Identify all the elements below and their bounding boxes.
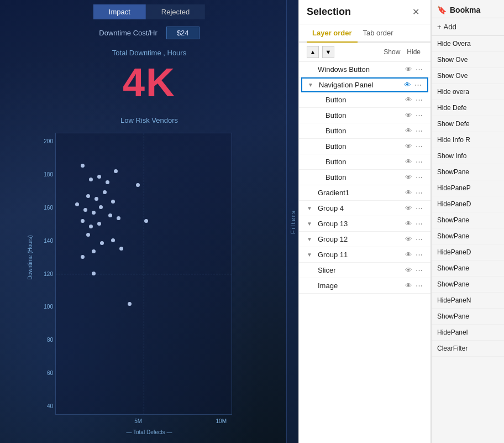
bookmark-item[interactable]: HidePaneP bbox=[432, 180, 504, 196]
dot bbox=[81, 219, 85, 223]
layer-item[interactable]: Windows Button 👁 ⋯ bbox=[299, 62, 431, 77]
bookmark-item[interactable]: Show Ove bbox=[432, 68, 504, 84]
bookmark-icon: 🔖 bbox=[437, 6, 447, 14]
dot bbox=[95, 197, 98, 201]
bookmarks-panel: 🔖 Bookma + Add Hide Overa Show Ove Show … bbox=[431, 0, 504, 443]
bookmark-item[interactable]: Hide Defe bbox=[432, 100, 504, 116]
dot bbox=[103, 190, 107, 194]
eye-icon[interactable]: 👁 bbox=[405, 173, 412, 181]
layer-item[interactable]: Button 👁 ⋯ bbox=[299, 92, 431, 108]
layer-list: Windows Button 👁 ⋯ ▼ Navigation Panel 👁 … bbox=[299, 62, 431, 443]
bookmark-item[interactable]: Hide Info R bbox=[432, 132, 504, 148]
bookmark-item[interactable]: HidePaneD bbox=[432, 244, 504, 260]
move-up-button[interactable]: ▲ bbox=[307, 46, 319, 58]
eye-icon[interactable]: 👁 bbox=[405, 204, 412, 212]
more-icon[interactable]: ⋯ bbox=[416, 96, 423, 104]
layer-item[interactable]: ▼ Group 11 👁 ⋯ bbox=[299, 247, 431, 263]
eye-icon[interactable]: 👁 bbox=[405, 266, 412, 274]
bookmark-item[interactable]: Hide Overa bbox=[432, 36, 504, 52]
bookmark-item[interactable]: ShowPane bbox=[432, 212, 504, 228]
dot bbox=[81, 255, 85, 259]
dot bbox=[111, 200, 115, 204]
dot bbox=[136, 183, 140, 187]
dot bbox=[128, 302, 132, 306]
bookmark-item[interactable]: ShowPane bbox=[432, 277, 504, 293]
eye-icon[interactable]: 👁 bbox=[405, 127, 412, 135]
top-tabs: Impact Rejected bbox=[93, 4, 205, 19]
more-icon[interactable]: ⋯ bbox=[416, 189, 423, 197]
more-icon[interactable]: ⋯ bbox=[416, 127, 423, 135]
filters-strip[interactable]: Filters bbox=[286, 0, 298, 443]
layer-item[interactable]: Button 👁 ⋯ bbox=[299, 170, 431, 185]
more-icon[interactable]: ⋯ bbox=[416, 111, 423, 119]
more-icon[interactable]: ⋯ bbox=[416, 65, 423, 74]
layer-item[interactable]: ▼ Group 4 👁 ⋯ bbox=[299, 201, 431, 216]
more-icon[interactable]: ⋯ bbox=[416, 142, 423, 150]
more-icon[interactable]: ⋯ bbox=[416, 235, 423, 243]
dot bbox=[97, 222, 101, 226]
layer-item[interactable]: ▼ Group 12 👁 ⋯ bbox=[299, 232, 431, 247]
eye-icon[interactable]: 👁 bbox=[405, 282, 412, 290]
more-icon[interactable]: ⋯ bbox=[416, 173, 423, 181]
more-icon[interactable]: ⋯ bbox=[414, 81, 422, 89]
bookmark-item[interactable]: Show Info bbox=[432, 148, 504, 164]
hide-all-button[interactable]: Hide bbox=[405, 47, 423, 57]
bookmark-item[interactable]: ShowPane bbox=[432, 260, 504, 277]
bookmark-item[interactable]: Show Ove bbox=[432, 52, 504, 68]
dot bbox=[89, 225, 93, 228]
more-icon[interactable]: ⋯ bbox=[416, 282, 423, 290]
impact-tab[interactable]: Impact bbox=[93, 4, 146, 19]
rejected-tab[interactable]: Rejected bbox=[146, 4, 205, 19]
move-down-button[interactable]: ▼ bbox=[322, 46, 334, 58]
x-axis-labels: 5M 10M bbox=[55, 418, 232, 424]
dot bbox=[75, 202, 79, 206]
big-number: 4K bbox=[0, 60, 298, 105]
eye-icon[interactable]: 👁 bbox=[405, 111, 412, 119]
layer-item[interactable]: ▼ Group 13 👁 ⋯ bbox=[299, 216, 431, 232]
eye-icon[interactable]: 👁 bbox=[405, 158, 412, 166]
eye-icon[interactable]: 👁 bbox=[405, 142, 412, 150]
more-icon[interactable]: ⋯ bbox=[416, 251, 423, 259]
layer-item[interactable]: Gradient1 👁 ⋯ bbox=[299, 185, 431, 201]
more-icon[interactable]: ⋯ bbox=[416, 204, 423, 212]
more-icon[interactable]: ⋯ bbox=[416, 266, 423, 274]
more-icon[interactable]: ⋯ bbox=[416, 220, 423, 228]
eye-icon[interactable]: 👁 bbox=[405, 251, 412, 259]
bookmark-item[interactable]: HidePaneD bbox=[432, 196, 504, 212]
layer-item[interactable]: Slicer 👁 ⋯ bbox=[299, 263, 431, 278]
bookmark-item[interactable]: ShowPane bbox=[432, 228, 504, 244]
show-all-button[interactable]: Show bbox=[381, 47, 402, 57]
bookmark-item[interactable]: ShowPane bbox=[432, 309, 504, 325]
selection-title: Selection bbox=[307, 6, 351, 18]
dot bbox=[106, 180, 109, 184]
eye-icon[interactable]: 👁 bbox=[405, 65, 412, 74]
bookmark-item[interactable]: ClearFilter bbox=[432, 341, 504, 357]
tab-tab-order[interactable]: Tab order bbox=[358, 24, 399, 43]
layer-item[interactable]: Button 👁 ⋯ bbox=[299, 154, 431, 170]
bookmark-item[interactable]: Hide overa bbox=[432, 84, 504, 100]
bookmark-add-button[interactable]: + Add bbox=[432, 18, 504, 36]
y-axis-title: Downtime (Hours) bbox=[27, 235, 33, 280]
layer-item[interactable]: Image 👁 ⋯ bbox=[299, 278, 431, 294]
layer-item[interactable]: Button 👁 ⋯ bbox=[299, 139, 431, 154]
eye-icon[interactable]: 👁 bbox=[405, 189, 412, 197]
bookmark-item[interactable]: HidePaneN bbox=[432, 293, 504, 309]
dot bbox=[99, 205, 103, 209]
bookmark-item[interactable]: HidePanel bbox=[432, 325, 504, 341]
bookmark-item[interactable]: ShowPane bbox=[432, 164, 504, 180]
eye-icon[interactable]: 👁 bbox=[404, 81, 411, 89]
eye-icon[interactable]: 👁 bbox=[405, 235, 412, 243]
dot bbox=[92, 272, 96, 275]
add-label: Add bbox=[444, 23, 456, 31]
tab-layer-order[interactable]: Layer order bbox=[307, 24, 358, 43]
layer-item[interactable]: Button 👁 ⋯ bbox=[299, 123, 431, 139]
layer-item-navigation[interactable]: ▼ Navigation Panel 👁 ⋯ bbox=[301, 77, 428, 92]
bookmark-item[interactable]: Show Defe bbox=[432, 116, 504, 132]
eye-icon[interactable]: 👁 bbox=[405, 96, 412, 104]
dot bbox=[81, 164, 85, 168]
more-icon[interactable]: ⋯ bbox=[416, 158, 423, 166]
eye-icon[interactable]: 👁 bbox=[405, 220, 412, 228]
layer-item[interactable]: Button 👁 ⋯ bbox=[299, 108, 431, 123]
selection-header: Selection ✕ bbox=[299, 0, 431, 24]
close-button[interactable]: ✕ bbox=[409, 6, 423, 18]
